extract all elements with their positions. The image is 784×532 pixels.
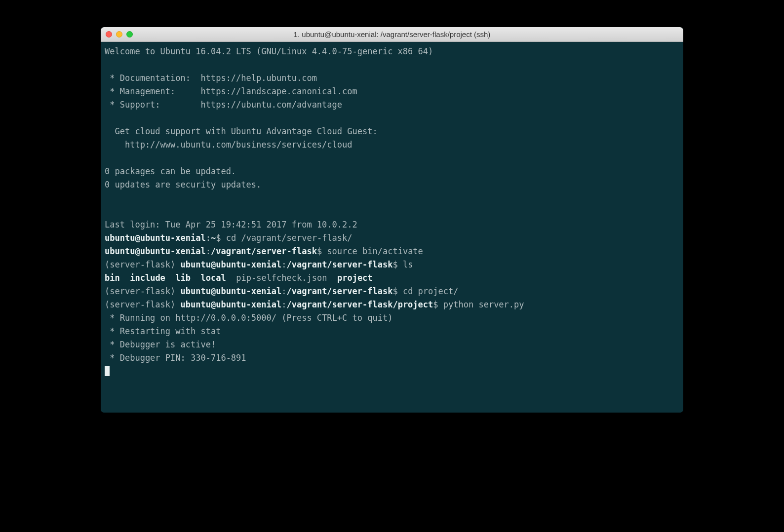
cursor-line xyxy=(105,365,679,378)
command: cd /vagrant/server-flask/ xyxy=(226,233,353,243)
prompt-sep: : xyxy=(281,300,286,309)
prompt-path: /vagrant/server-flask xyxy=(211,246,317,256)
motd-doc: * Documentation: https://help.ubuntu.com xyxy=(105,72,679,85)
ls-dir: lib xyxy=(175,273,191,283)
motd-mgmt: * Management: https://landscape.canonica… xyxy=(105,85,679,98)
prompt-line-2: ubuntu@ubuntu-xenial:/vagrant/server-fla… xyxy=(105,245,679,258)
prompt-sep: : xyxy=(281,260,286,269)
prompt-user: ubuntu@ubuntu-xenial xyxy=(105,233,206,243)
venv-prefix: (server-flask) xyxy=(105,300,181,309)
ls-dir: local xyxy=(201,273,226,283)
motd-pkg2: 0 updates are security updates. xyxy=(105,178,679,191)
ls-dir: include xyxy=(130,273,165,283)
motd-cloud1: Get cloud support with Ubuntu Advantage … xyxy=(105,125,679,138)
prompt-path: /vagrant/server-flask xyxy=(286,260,392,269)
prompt-user: ubuntu@ubuntu-xenial xyxy=(181,286,282,296)
motd-welcome: Welcome to Ubuntu 16.04.2 LTS (GNU/Linux… xyxy=(105,45,679,58)
command: python server.py xyxy=(443,300,524,309)
terminal-window: 1. ubuntu@ubuntu-xenial: /vagrant/server… xyxy=(101,27,683,413)
command: cd project/ xyxy=(403,286,459,296)
maximize-icon[interactable] xyxy=(126,31,133,38)
prompt-user: ubuntu@ubuntu-xenial xyxy=(105,246,206,256)
motd-pkg1: 0 packages can be updated. xyxy=(105,165,679,178)
prompt-line-1: ubuntu@ubuntu-xenial:~$ cd /vagrant/serv… xyxy=(105,231,679,245)
command: source bin/activate xyxy=(327,246,423,256)
prompt-sep: : xyxy=(206,233,211,243)
ls-file: pip-selfcheck.json xyxy=(236,273,327,283)
server-output: * Debugger PIN: 330-716-891 xyxy=(105,351,679,365)
prompt-sep: : xyxy=(281,286,286,296)
motd-support: * Support: https://ubuntu.com/advantage xyxy=(105,98,679,112)
blank-line xyxy=(105,191,679,205)
blank-line xyxy=(105,205,679,218)
motd-cloud2: http://www.ubuntu.com/business/services/… xyxy=(105,138,679,152)
prompt-path: /vagrant/server-flask/project xyxy=(286,300,433,309)
prompt-path: /vagrant/server-flask xyxy=(286,286,392,296)
server-output: * Debugger is active! xyxy=(105,338,679,351)
close-icon[interactable] xyxy=(106,31,112,38)
window-title: 1. ubuntu@ubuntu-xenial: /vagrant/server… xyxy=(101,30,683,38)
prompt-dollar: $ xyxy=(216,233,226,243)
ls-dir: project xyxy=(337,273,373,283)
minimize-icon[interactable] xyxy=(116,31,122,38)
prompt-dollar: $ xyxy=(317,246,327,256)
prompt-path: ~ xyxy=(211,233,216,243)
ls-dir: bin xyxy=(105,273,120,283)
blank-line xyxy=(105,112,679,125)
server-output: * Running on http://0.0.0.0:5000/ (Press… xyxy=(105,311,679,325)
prompt-line-4: (server-flask) ubuntu@ubuntu-xenial:/vag… xyxy=(105,285,679,298)
prompt-line-5: (server-flask) ubuntu@ubuntu-xenial:/vag… xyxy=(105,298,679,311)
server-output: * Restarting with stat xyxy=(105,325,679,338)
prompt-dollar: $ xyxy=(433,300,443,309)
terminal-body[interactable]: Welcome to Ubuntu 16.04.2 LTS (GNU/Linux… xyxy=(101,42,683,413)
prompt-user: ubuntu@ubuntu-xenial xyxy=(181,260,282,269)
blank-line xyxy=(105,58,679,72)
command: ls xyxy=(403,260,413,269)
prompt-user: ubuntu@ubuntu-xenial xyxy=(181,300,282,309)
prompt-line-3: (server-flask) ubuntu@ubuntu-xenial:/vag… xyxy=(105,258,679,271)
ls-output: bin include lib local pip-selfcheck.json… xyxy=(105,271,679,285)
cursor-icon xyxy=(105,366,110,376)
prompt-dollar: $ xyxy=(392,260,402,269)
last-login: Last login: Tue Apr 25 19:42:51 2017 fro… xyxy=(105,218,679,231)
title-bar: 1. ubuntu@ubuntu-xenial: /vagrant/server… xyxy=(101,27,683,42)
blank-line xyxy=(105,152,679,165)
prompt-sep: : xyxy=(206,246,211,256)
prompt-dollar: $ xyxy=(392,286,402,296)
traffic-lights xyxy=(106,31,133,38)
venv-prefix: (server-flask) xyxy=(105,260,181,269)
venv-prefix: (server-flask) xyxy=(105,286,181,296)
